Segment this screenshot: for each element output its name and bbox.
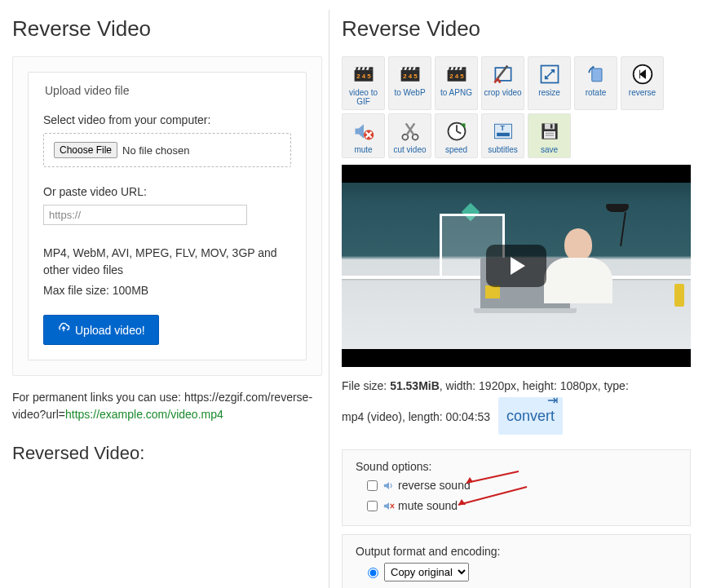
output-format-select[interactable]: Copy original: [384, 563, 469, 581]
reverse-icon: [623, 62, 661, 86]
clapper-icon: 2 4 5: [391, 62, 429, 86]
scissors-icon: [391, 119, 429, 144]
file-drop-area[interactable]: Choose File No file chosen: [43, 133, 291, 167]
tool-mute[interactable]: mute: [342, 113, 385, 158]
upload-button-label: Upload video!: [75, 324, 145, 337]
max-size-text: Max file size: 100MB: [43, 284, 291, 297]
video-meta: File size: 51.53MiB, width: 1920px, heig…: [342, 375, 691, 435]
output-copy-original-radio[interactable]: [368, 568, 378, 578]
svg-line-38: [466, 471, 519, 483]
toolbar: 2 4 5 video to GIF 2 4 5 to WebP 2 4 5 t…: [342, 56, 691, 158]
meta-filesize: 51.53MiB: [390, 379, 440, 392]
page-title-right: Reverse Video: [342, 16, 691, 42]
upload-card: Upload video file Select video from your…: [12, 56, 322, 376]
reverse-sound-label: reverse sound: [398, 479, 471, 492]
tool-label: rotate: [577, 88, 615, 97]
tool-label: mute: [344, 145, 382, 154]
convert-button[interactable]: convert ⇥: [498, 397, 563, 435]
svg-text:2 4 5: 2 4 5: [403, 73, 418, 80]
clapper-icon: 2 4 5: [437, 62, 475, 86]
svg-rect-36: [545, 133, 554, 134]
tool-to-webp[interactable]: 2 4 5 to WebP: [388, 56, 431, 110]
permalink-example-link[interactable]: https://example.com/video.mp4: [65, 408, 223, 421]
reverse-sound-checkbox[interactable]: [367, 480, 378, 491]
tool-reverse[interactable]: reverse: [621, 56, 664, 110]
tool-speed[interactable]: speed: [435, 113, 478, 158]
tool-cut-video[interactable]: cut video: [388, 113, 431, 158]
svg-rect-33: [544, 123, 554, 129]
mute-icon: [344, 119, 382, 144]
svg-rect-34: [550, 124, 552, 128]
output-format-heading: Output format and encoding:: [356, 545, 677, 558]
permalink-hint: For permanent links you can use: https:/…: [12, 389, 322, 423]
tool-label: to APNG: [437, 88, 475, 97]
subtitles-icon: T: [484, 119, 522, 144]
output-format-panel: Output format and encoding: Copy origina…: [342, 534, 691, 588]
upload-legend: Upload video file: [40, 84, 135, 97]
upload-video-button[interactable]: Upload video!: [43, 315, 159, 345]
floppy-icon: [530, 119, 568, 144]
tool-rotate[interactable]: rotate: [574, 56, 617, 110]
tool-label: crop video: [484, 88, 522, 97]
tool-subtitles[interactable]: T subtitles: [481, 113, 524, 158]
play-button[interactable]: [486, 245, 546, 287]
tool-label: video to GIF: [344, 88, 382, 106]
upload-fieldset: Upload video file Select video from your…: [28, 72, 307, 360]
video-preview[interactable]: [342, 165, 691, 367]
meta-rest: , width: 1920px, height: 1080px, type:: [440, 379, 629, 392]
scene-decoration: [674, 284, 684, 307]
tool-label: cut video: [391, 145, 429, 154]
tool-resize[interactable]: resize: [528, 56, 571, 110]
clapper-icon: 2 4 5: [344, 62, 382, 86]
svg-text:2 4 5: 2 4 5: [449, 73, 464, 80]
tool-label: save: [530, 145, 568, 154]
scene-decoration: [485, 285, 500, 298]
scene-decoration: [544, 228, 612, 310]
supported-formats-text: MP4, WebM, AVI, MPEG, FLV, MOV, 3GP and …: [43, 245, 291, 279]
upload-cloud-icon: [57, 322, 70, 338]
svg-rect-30: [497, 133, 510, 136]
choose-file-button[interactable]: Choose File: [54, 142, 117, 158]
letterbox: [342, 165, 691, 183]
speaker-icon: [383, 481, 395, 490]
svg-rect-23: [591, 69, 601, 82]
tool-video-to-gif[interactable]: 2 4 5 video to GIF: [342, 56, 385, 110]
svg-rect-37: [545, 135, 554, 135]
svg-text:2 4 5: 2 4 5: [356, 73, 371, 80]
result-heading: Reversed Video:: [12, 443, 322, 464]
speed-icon: [437, 119, 475, 144]
tool-label: resize: [530, 88, 568, 97]
sound-options-panel: Sound options: reverse sound mute sound: [342, 449, 691, 526]
crop-icon: [484, 62, 522, 86]
tool-label: to WebP: [391, 88, 429, 97]
page-title-left: Reverse Video: [12, 16, 322, 42]
url-input[interactable]: [43, 205, 247, 225]
file-status-text: No file chosen: [122, 144, 189, 157]
tool-save[interactable]: save: [528, 113, 571, 158]
tool-label: speed: [437, 145, 475, 154]
tool-to-apng[interactable]: 2 4 5 to APNG: [435, 56, 478, 110]
svg-text:T: T: [500, 124, 505, 132]
resize-icon: [530, 62, 568, 86]
select-file-label: Select video from your computer:: [43, 113, 291, 126]
sound-options-heading: Sound options:: [356, 460, 677, 473]
convert-arrow-icon: ⇥: [547, 394, 558, 407]
meta-line2: mp4 (video), length: 00:04:53: [342, 410, 490, 423]
tool-crop-video[interactable]: crop video: [481, 56, 524, 110]
tool-label: subtitles: [484, 145, 522, 154]
tool-label: reverse: [623, 88, 661, 97]
mute-sound-checkbox[interactable]: [367, 501, 378, 511]
url-label: Or paste video URL:: [43, 185, 291, 198]
letterbox: [342, 349, 691, 367]
mute-sound-label: mute sound: [398, 499, 458, 512]
rotate-icon: [577, 62, 615, 86]
speaker-mute-icon: [383, 502, 395, 511]
meta-label: File size:: [342, 379, 390, 392]
